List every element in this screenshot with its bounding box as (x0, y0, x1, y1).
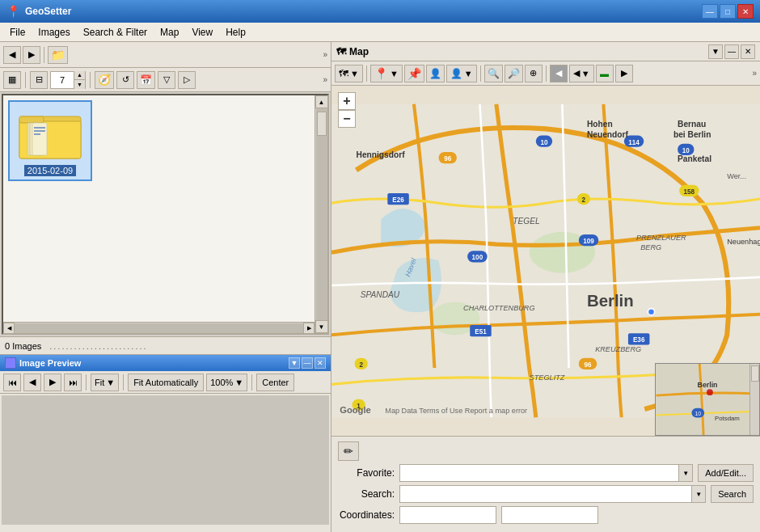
nav-right-btn[interactable]: ▶ (615, 65, 633, 82)
coordinates-input2[interactable] (501, 506, 598, 524)
spinner-up[interactable]: ▲ (74, 71, 85, 80)
separator2 (25, 72, 26, 88)
svg-text:STEGLITZ: STEGLITZ (530, 374, 565, 382)
pin-btn2[interactable]: 👤 (426, 65, 445, 82)
maximize-button[interactable]: □ (720, 4, 736, 19)
pin-dropdown2[interactable]: 👤 ▼ (446, 65, 477, 82)
status-dots: ........................ (49, 341, 326, 351)
red-pin-btn[interactable]: 📌 (404, 65, 424, 82)
marker-dropdown[interactable]: 📍 ▼ (370, 65, 403, 82)
preview-last-btn[interactable]: ⏭ (64, 374, 82, 391)
locate-btn[interactable]: ⊕ (525, 65, 543, 82)
mini-scroll[interactable] (749, 364, 759, 435)
coordinates-row: Coordinates: (338, 506, 754, 524)
add-edit-btn[interactable]: Add/Edit... (698, 464, 754, 482)
zoom-tool-btn[interactable]: 🔍 (484, 65, 503, 82)
preview-prev-btn[interactable]: ◀ (23, 374, 41, 391)
preview-first-btn[interactable]: ⏮ (3, 374, 21, 391)
zoom-dropdown[interactable]: 100% ▼ (206, 374, 247, 391)
fit-auto-btn[interactable]: Fit Automatically (128, 374, 204, 391)
filter-button[interactable]: ▽ (158, 71, 175, 89)
expand-arrow1[interactable]: » (323, 50, 327, 59)
nav-arrow-dropdown[interactable]: ◀ ▼ (569, 65, 594, 82)
green-line-btn[interactable]: ▬ (596, 65, 614, 82)
favorite-input[interactable] (399, 464, 678, 482)
scroll-track[interactable] (316, 108, 327, 320)
search-button[interactable]: Search (711, 485, 754, 503)
vertical-scrollbar[interactable]: ▲ ▼ (315, 95, 327, 333)
close-button[interactable]: ✕ (737, 4, 754, 19)
preview-close-btn[interactable]: ✕ (315, 357, 326, 369)
map-panel-title-text: Map (349, 46, 369, 57)
refresh-button[interactable]: ↺ (116, 71, 134, 89)
scroll-up-btn[interactable]: ▲ (315, 95, 328, 108)
preview-panel-icon (5, 357, 16, 369)
map-view[interactable]: E26 96 10 10 114 158 2 100 (331, 86, 760, 436)
h-scroll-track[interactable] (15, 323, 303, 333)
svg-point-61 (648, 309, 654, 315)
scroll-left-btn[interactable]: ◀ (3, 323, 15, 334)
preview-minimize-btn[interactable]: — (302, 357, 313, 369)
folder-item[interactable]: 2015-02-09 (10, 102, 91, 179)
size-input[interactable] (51, 75, 74, 85)
spinner-down[interactable]: ▼ (74, 80, 85, 89)
pencil-btn[interactable]: ✏ (338, 441, 359, 461)
preview-panel-title: Image Preview (19, 358, 81, 368)
center-btn[interactable]: Center (256, 374, 294, 391)
svg-text:Neuendorf: Neuendorf (587, 130, 629, 139)
coordinates-input[interactable] (399, 506, 496, 524)
view-grid-button[interactable]: ▦ (3, 71, 21, 89)
expand-arrow2[interactable]: » (323, 75, 327, 84)
fit-dropdown[interactable]: Fit ▼ (91, 374, 119, 391)
file-content: 2015-02-09 (3, 95, 315, 333)
scroll-right-btn[interactable]: ▶ (303, 323, 315, 334)
search-input[interactable] (399, 485, 691, 503)
folder-button[interactable]: 📁 (48, 46, 68, 64)
search-row: Search: ▼ Search (338, 485, 754, 503)
menu-images[interactable]: Images (32, 25, 76, 40)
svg-rect-62 (656, 364, 758, 435)
mini-scroll-thumb[interactable] (751, 365, 759, 382)
nav-left-tri-btn[interactable]: ◀ (550, 65, 568, 82)
preview-next-btn[interactable]: ▶ (44, 374, 61, 391)
calendar-button[interactable]: 📅 (137, 71, 155, 89)
separator1 (44, 47, 44, 63)
scroll-down-btn[interactable]: ▼ (315, 320, 328, 333)
search-combo-arrow[interactable]: ▼ (691, 485, 706, 503)
svg-text:CHARLOTTENBURG: CHARLOTTENBURG (463, 304, 535, 312)
svg-text:E26: E26 (392, 196, 404, 204)
zoom-tool2-btn[interactable]: 🔎 (505, 65, 523, 82)
map-dropdown-btn[interactable]: ▼ (708, 44, 723, 59)
minimize-button[interactable]: — (702, 4, 718, 19)
favorite-combo-arrow[interactable]: ▼ (678, 464, 693, 482)
compass-button[interactable]: 🧭 (95, 71, 114, 89)
marker-arrow: ▼ (390, 69, 399, 78)
menu-map[interactable]: Map (154, 25, 185, 40)
menu-view[interactable]: View (185, 25, 219, 40)
svg-text:Google: Google (340, 405, 371, 415)
pin2-arrow: ▼ (464, 69, 473, 78)
zoom-in-btn[interactable]: + (338, 92, 356, 110)
zoom-out-small[interactable]: ⊟ (30, 71, 48, 89)
map-panel-header: 🗺 Map ▼ — ✕ (331, 42, 760, 61)
map-close-btn[interactable]: ✕ (741, 44, 755, 59)
horizontal-scrollbar[interactable]: ◀ ▶ (3, 322, 315, 333)
scroll-thumb[interactable] (317, 112, 327, 136)
svg-text:96: 96 (584, 361, 592, 369)
favorite-label: Favorite: (338, 467, 395, 479)
nav-back-button[interactable]: ◀ (3, 46, 21, 64)
map-minimize-btn[interactable]: — (724, 44, 739, 59)
svg-point-65 (707, 389, 713, 395)
menu-file[interactable]: File (3, 25, 32, 40)
map-type-arrow: ▼ (350, 69, 359, 78)
preview-dropdown-btn[interactable]: ▼ (289, 357, 300, 369)
map-type-dropdown[interactable]: 🗺 ▼ (335, 65, 363, 82)
nav-forward-button[interactable]: ▶ (23, 46, 40, 64)
menu-help[interactable]: Help (219, 25, 252, 40)
map-expand-arrow[interactable]: » (752, 69, 757, 78)
zoom-out-btn[interactable]: − (338, 110, 356, 128)
svg-text:KREUZBERG: KREUZBERG (595, 345, 641, 353)
main-container: ◀ ▶ 📁 » ▦ ⊟ ▲ ▼ 🧭 ↺ 📅 ▽ ▷ » (0, 42, 760, 532)
arrow-right-small[interactable]: ▷ (178, 71, 196, 89)
menu-search-filter[interactable]: Search & Filter (77, 25, 154, 40)
